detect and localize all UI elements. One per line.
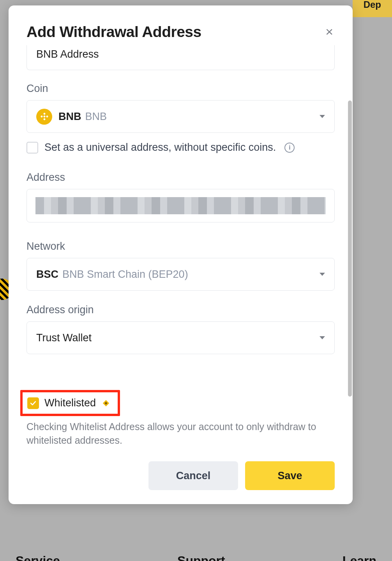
- coin-label: Coin: [26, 83, 335, 95]
- whitelisted-label: Whitelisted: [44, 397, 96, 409]
- scrollbar[interactable]: [348, 101, 352, 397]
- cancel-button[interactable]: Cancel: [148, 461, 238, 490]
- network-symbol: BSC: [36, 268, 58, 280]
- close-button[interactable]: ×: [324, 23, 335, 40]
- address-label: Address: [26, 171, 335, 183]
- network-name: BNB Smart Chain (BEP20): [62, 268, 188, 280]
- save-button[interactable]: Save: [245, 461, 335, 490]
- address-input[interactable]: [26, 189, 335, 222]
- universal-address-label: Set as a universal address, without spec…: [44, 141, 276, 153]
- network-label: Network: [26, 240, 335, 252]
- chevron-down-icon: [320, 115, 325, 118]
- check-icon: [29, 399, 37, 407]
- chevron-down-icon: [320, 273, 325, 276]
- address-label-value: BNB Address: [36, 48, 99, 60]
- close-icon: ×: [325, 24, 333, 39]
- universal-address-checkbox[interactable]: [26, 142, 38, 153]
- info-icon[interactable]: i: [284, 143, 295, 153]
- whitelisted-checkbox[interactable]: [27, 397, 39, 409]
- bnb-icon: [36, 109, 52, 125]
- add-withdrawal-address-modal: Add Withdrawal Address × BNB Address Coi…: [9, 5, 353, 504]
- address-label-input[interactable]: BNB Address: [26, 45, 335, 70]
- whitelist-highlight-box: Whitelisted: [20, 390, 120, 416]
- background-footer: Service Support Learn: [0, 554, 392, 561]
- address-origin-select[interactable]: Trust Wallet: [26, 321, 335, 354]
- address-value-redacted: [35, 197, 326, 214]
- tag-icon: [101, 399, 111, 408]
- address-origin-label: Address origin: [26, 304, 335, 316]
- coin-select[interactable]: BNB BNB: [26, 100, 335, 133]
- chevron-down-icon: [320, 336, 325, 339]
- background-deposit-button: Dep: [353, 0, 392, 17]
- network-select[interactable]: BSC BNB Smart Chain (BEP20): [26, 258, 335, 291]
- background-nav: Derivatives Earn Finance NFT Institution…: [0, 0, 392, 1]
- modal-title: Add Withdrawal Address: [26, 23, 201, 41]
- address-origin-value: Trust Wallet: [36, 332, 92, 344]
- coin-name: BNB: [85, 111, 107, 123]
- coin-symbol: BNB: [58, 111, 81, 123]
- whitelist-hint: Checking Whitelist Address allows your a…: [26, 420, 323, 447]
- modal-scroll-area[interactable]: BNB Address Coin BNB BNB Set as a univer…: [9, 45, 353, 382]
